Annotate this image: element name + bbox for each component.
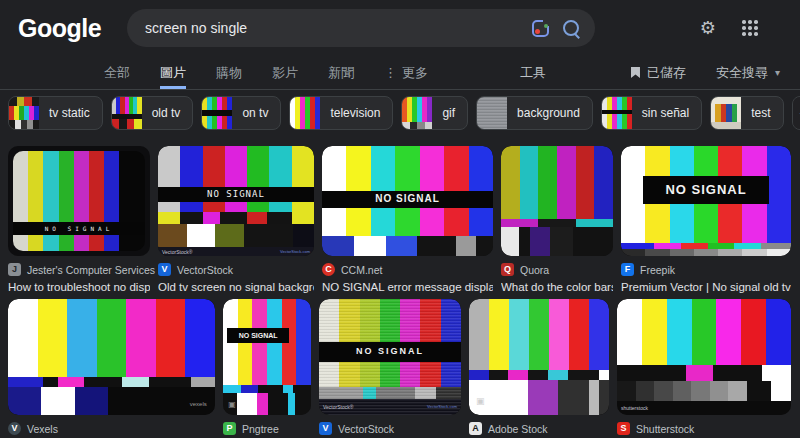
pattern-bar [469, 299, 489, 370]
pattern-bar [267, 212, 292, 224]
result-card: VectorStock®VectorStock.comNO SIGNALVVec… [158, 146, 314, 293]
result-source[interactable]: CCCM.net [322, 263, 493, 276]
filter-chip-old-tv[interactable]: old tv [111, 96, 194, 130]
pattern-row [469, 380, 609, 415]
tab-images[interactable]: 圖片 [160, 56, 186, 89]
tools-button[interactable]: 工具 [520, 56, 546, 89]
tab-videos[interactable]: 影片 [272, 56, 298, 89]
pattern-bar [645, 249, 669, 256]
result-image[interactable]: NO SIGNAL [621, 146, 791, 256]
tab-news[interactable]: 新聞 [328, 56, 354, 89]
result-source[interactable]: VVectorStock [319, 422, 461, 435]
pattern-bar [489, 370, 509, 380]
tab-more[interactable]: ⋮ 更多 [384, 56, 428, 89]
pattern-bar [762, 365, 791, 381]
result-title[interactable]: How to troubleshoot no displa... [8, 281, 150, 293]
pattern-bar [771, 381, 791, 401]
source-name: Pngtree [242, 423, 279, 435]
result-card: QQuoraWhat do the color bars fr... [501, 146, 613, 293]
source-name: Jester's Computer Services [27, 264, 155, 276]
pattern-bar [122, 377, 150, 387]
tab-more-label: 更多 [402, 64, 428, 82]
pattern-bar [710, 381, 729, 401]
pattern-bar [737, 104, 741, 122]
pattern-row [602, 114, 632, 129]
pattern-bar [691, 381, 710, 401]
result-image[interactable]: VectorStock®VectorStock.comNO SIGNAL [158, 146, 314, 256]
source-favicon: P [223, 422, 236, 435]
source-favicon: J [8, 263, 21, 276]
pattern-bar [158, 212, 180, 224]
test-pattern: NO SIGNAL▣ [223, 299, 311, 415]
lens-dot [535, 29, 540, 34]
apps-grid-icon[interactable] [742, 20, 758, 36]
result-image[interactable]: shutterstock [617, 299, 791, 415]
tab-shopping[interactable]: 購物 [216, 56, 242, 89]
test-pattern [112, 97, 142, 129]
search-box[interactable] [127, 9, 595, 47]
filter-chip-test[interactable]: test [710, 96, 783, 130]
result-source[interactable]: AAdobe Stock [469, 422, 609, 435]
result-source[interactable]: FFreepik [621, 263, 791, 276]
pattern-bar [711, 97, 741, 104]
pattern-bar [589, 380, 599, 415]
pattern-bar [292, 146, 314, 212]
result-image[interactable]: NO SIGNAL [8, 146, 150, 256]
chip-label: tv static [39, 106, 102, 120]
result-image[interactable]: VectorStock®VectorStock.comNO SIGNAL [319, 299, 461, 415]
pattern-bar [642, 299, 667, 365]
pattern-bar [667, 299, 692, 365]
test-pattern [711, 97, 741, 129]
pattern-bar [501, 146, 520, 219]
results-row: vexelsVVexelsTelevision Screen No Signal… [8, 299, 792, 438]
filter-chip-on-tv[interactable]: on tv [201, 96, 281, 130]
saved-button[interactable]: 已儲存 [631, 64, 686, 82]
search-input[interactable] [143, 19, 518, 37]
result-image[interactable] [501, 146, 613, 256]
google-logo[interactable]: Google [18, 14, 101, 43]
pattern-bar [621, 249, 645, 256]
result-image[interactable]: NO SIGNAL [322, 146, 493, 256]
result-title[interactable]: Premium Vector | No signal old tv scre..… [621, 281, 791, 293]
result-source[interactable]: JJester's Computer Services [8, 263, 150, 276]
pattern-row [112, 97, 142, 114]
filter-chip-television[interactable]: television [289, 96, 393, 130]
watermark-bar: VectorStock®VectorStock.com [158, 247, 314, 256]
filter-chip-sin-señal[interactable]: sin señal [601, 96, 702, 130]
filter-chip-smart-tv[interactable]: – – –smart tv [792, 96, 800, 130]
google-lens-icon[interactable] [532, 20, 549, 37]
chip-label: test [741, 106, 782, 120]
result-source[interactable]: QQuora [501, 263, 613, 276]
pattern-row [158, 212, 314, 224]
pattern-bar [456, 236, 476, 256]
result-title[interactable]: Old tv screen no signal backgrou... [158, 281, 314, 293]
tab-all[interactable]: 全部 [104, 56, 130, 89]
source-name: Freepik [640, 264, 675, 276]
result-image[interactable]: vexels [8, 299, 215, 415]
pattern-bar [716, 299, 741, 365]
result-title[interactable]: What do the color bars fr... [501, 281, 613, 293]
result-source[interactable]: PPngtree [223, 422, 311, 435]
settings-gear-icon[interactable]: ⚙ [700, 19, 716, 37]
result-image[interactable]: NO SIGNAL▣ [223, 299, 311, 415]
safesearch-button[interactable]: 安全搜尋 ▾ [716, 64, 780, 82]
result-source[interactable]: VVexels [8, 422, 215, 435]
filter-chip-tv-static[interactable]: tv static [8, 96, 103, 130]
test-pattern: vexels [8, 299, 215, 415]
pattern-bar [28, 151, 43, 251]
result-card: VectorStock®VectorStock.comNO SIGNALVVec… [319, 299, 461, 438]
pattern-row [501, 146, 613, 219]
filter-chip-gif[interactable]: gif [401, 96, 468, 130]
search-icon[interactable] [563, 20, 579, 36]
pattern-bar [67, 299, 97, 377]
filter-chip-background[interactable]: background [476, 96, 593, 130]
result-source[interactable]: SShutterstock [617, 422, 791, 435]
pattern-bar [711, 122, 741, 129]
result-image[interactable]: ▣ [469, 299, 609, 415]
pattern-row [8, 299, 215, 377]
result-title[interactable]: NO SIGNAL error message displayed o... [322, 281, 493, 293]
pattern-bar [694, 249, 718, 256]
result-caption: VVectorStockNo signal tv screen test gli… [319, 422, 461, 438]
pattern-bar [295, 393, 311, 415]
result-source[interactable]: VVectorStock [158, 263, 314, 276]
